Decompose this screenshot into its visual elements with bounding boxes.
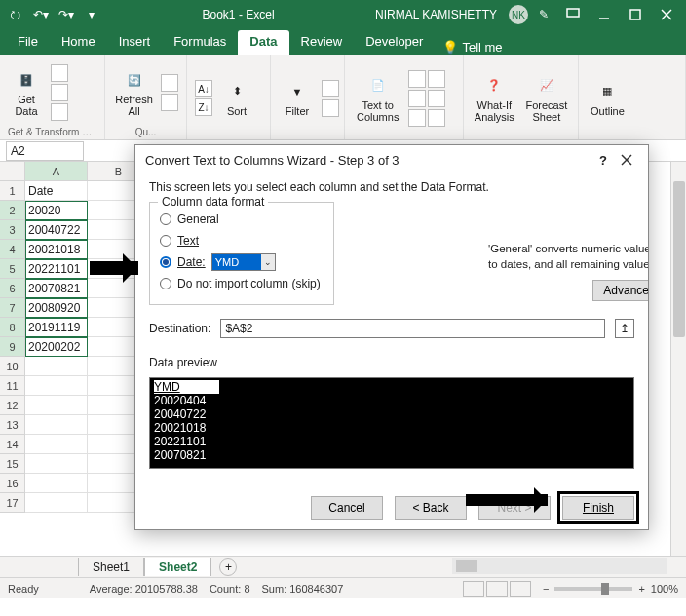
from-table-icon[interactable]	[51, 103, 68, 121]
cell[interactable]	[25, 376, 88, 396]
maximize-button[interactable]	[622, 4, 649, 25]
dialog-close-button[interactable]	[615, 148, 638, 172]
refresh-all-button[interactable]: 🔄Refresh All	[113, 66, 155, 119]
tab-formulas[interactable]: Formulas	[162, 30, 238, 55]
close-button[interactable]	[653, 4, 680, 25]
tab-developer[interactable]: Developer	[354, 30, 435, 55]
row-header[interactable]: 12	[0, 396, 25, 415]
dialog-help-button[interactable]: ?	[591, 148, 615, 172]
name-box[interactable]: A2	[6, 141, 84, 161]
cancel-button[interactable]: Cancel	[311, 496, 383, 520]
row-header[interactable]: 17	[0, 493, 25, 513]
cell[interactable]: 20191119	[25, 318, 88, 337]
cell[interactable]	[25, 493, 88, 513]
row-header[interactable]: 3	[0, 220, 25, 240]
row-header[interactable]: 11	[0, 376, 25, 396]
radio-date[interactable]: Date: YMD⌄	[160, 251, 324, 273]
redo-icon[interactable]: ↷▾	[57, 5, 76, 24]
row-header[interactable]: 8	[0, 318, 25, 337]
horizontal-scrollbar[interactable]	[452, 558, 667, 574]
row-header[interactable]: 14	[0, 435, 25, 454]
forecast-button[interactable]: 📈Forecast Sheet	[523, 72, 570, 125]
tab-home[interactable]: Home	[50, 30, 107, 55]
row-header[interactable]: 4	[0, 240, 25, 259]
quick-help-icon[interactable]: ✎	[534, 5, 553, 24]
new-sheet-button[interactable]: +	[219, 558, 237, 576]
flash-fill-icon[interactable]	[408, 70, 426, 88]
whatif-button[interactable]: ❓What-If Analysis	[472, 72, 517, 125]
row-header[interactable]: 6	[0, 279, 25, 298]
cell[interactable]	[25, 357, 88, 376]
row-header[interactable]: 5	[0, 259, 25, 279]
view-break-button[interactable]	[510, 581, 531, 597]
cell[interactable]: 20020	[25, 201, 88, 220]
properties-icon[interactable]	[161, 94, 178, 111]
autosave-icon[interactable]: ⭮	[6, 5, 25, 24]
cell[interactable]: 20040722	[25, 220, 88, 240]
row-header[interactable]: 13	[0, 415, 25, 435]
radio-general[interactable]: General	[160, 209, 324, 230]
tab-data[interactable]: Data	[238, 30, 288, 55]
cell[interactable]: 20080920	[25, 298, 88, 318]
row-header[interactable]: 1	[0, 181, 25, 201]
from-text-icon[interactable]	[51, 64, 68, 82]
outline-button[interactable]: ▦Outline	[587, 78, 629, 119]
cell[interactable]	[25, 454, 88, 474]
get-data-button[interactable]: 🗄️Get Data	[8, 66, 45, 119]
sort-za-icon[interactable]: Z↓	[195, 98, 212, 116]
cell[interactable]	[25, 396, 88, 415]
zoom-out-button[interactable]: −	[543, 583, 549, 595]
cell[interactable]: 20070821	[25, 279, 88, 298]
column-header[interactable]: A	[25, 162, 88, 181]
qat-more-icon[interactable]: ▾	[82, 5, 101, 24]
tell-me[interactable]: 💡Tell me	[442, 40, 502, 55]
sheet-tab-2[interactable]: Sheet2	[144, 558, 211, 576]
zoom-slider[interactable]	[554, 587, 632, 591]
row-header[interactable]: 9	[0, 337, 25, 357]
view-normal-button[interactable]	[463, 581, 484, 597]
row-header[interactable]: 10	[0, 357, 25, 376]
cell[interactable]: 20200202	[25, 337, 88, 357]
radio-skip[interactable]: Do not import column (skip)	[160, 273, 324, 294]
row-header[interactable]: 16	[0, 474, 25, 493]
destination-input[interactable]: $A$2	[220, 319, 605, 338]
minimize-button[interactable]	[591, 4, 618, 25]
avatar[interactable]: NK	[509, 5, 528, 24]
tab-review[interactable]: Review	[289, 30, 355, 55]
data-model-icon[interactable]	[428, 109, 445, 127]
from-web-icon[interactable]	[51, 84, 68, 101]
sort-az-icon[interactable]: A↓	[195, 80, 212, 97]
sort-button[interactable]: ⬍Sort	[218, 78, 255, 119]
zoom-in-button[interactable]: +	[638, 583, 644, 595]
undo-icon[interactable]: ↶▾	[31, 5, 51, 24]
cell[interactable]: Date	[25, 181, 88, 201]
tab-file[interactable]: File	[6, 30, 50, 55]
select-all-corner[interactable]	[0, 162, 25, 181]
tab-insert[interactable]: Insert	[107, 30, 163, 55]
row-header[interactable]: 15	[0, 454, 25, 474]
cell[interactable]: 20021018	[25, 240, 88, 259]
row-header[interactable]: 2	[0, 201, 25, 220]
queries-icon[interactable]	[161, 74, 178, 92]
reapply-icon[interactable]	[322, 99, 339, 117]
range-selector-button[interactable]: ↥	[615, 319, 634, 338]
back-button[interactable]: < Back	[395, 496, 467, 520]
view-layout-button[interactable]	[486, 581, 508, 597]
relationships-icon[interactable]	[408, 109, 426, 127]
radio-text[interactable]: Text	[160, 230, 324, 251]
consolidate-icon[interactable]	[428, 90, 445, 107]
text-to-columns-button[interactable]: 📄Text to Columns	[353, 72, 402, 125]
finish-button[interactable]: Finish	[562, 496, 634, 520]
ribbon-options-icon[interactable]	[559, 4, 587, 25]
remove-dup-icon[interactable]	[428, 70, 445, 88]
advanced-button[interactable]: Advanced...	[592, 280, 648, 301]
cell[interactable]	[25, 474, 88, 493]
sheet-tab-1[interactable]: Sheet1	[78, 558, 144, 576]
clear-filter-icon[interactable]	[322, 80, 339, 97]
vertical-scrollbar[interactable]	[670, 162, 686, 556]
cell[interactable]: 20221101	[25, 259, 88, 279]
date-format-select[interactable]: YMD⌄	[211, 253, 276, 271]
cell[interactable]	[25, 435, 88, 454]
data-val-icon[interactable]	[408, 90, 426, 107]
row-header[interactable]: 7	[0, 298, 25, 318]
